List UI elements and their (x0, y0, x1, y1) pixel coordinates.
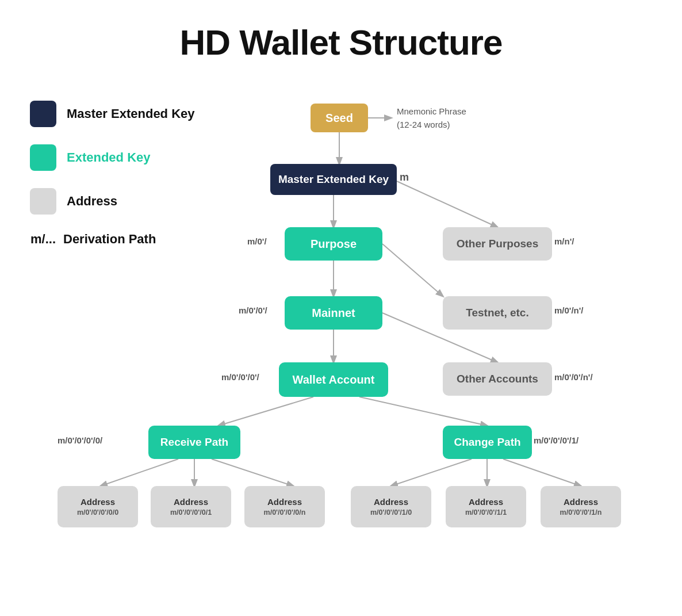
receive-path-label: m/0'/0'/0'/0/ (58, 435, 102, 445)
address-path-6: m/0'/0'/0'/1/n (560, 508, 602, 518)
address-label-5: Address (469, 496, 503, 508)
svg-line-3 (397, 181, 497, 227)
address-path-3: m/0'/0'/0'/0/n (264, 508, 306, 518)
address-label-2: Address (174, 496, 208, 508)
address-node-2: Address m/0'/0'/0'/0/1 (151, 486, 231, 527)
testnet-node: Testnet, etc. (443, 296, 552, 330)
svg-line-8 (219, 397, 313, 426)
mainnet-node: Mainnet (285, 296, 382, 330)
diagram: Seed Mnemonic Phrase(12-24 words) Master… (0, 86, 682, 604)
seed-node: Seed (311, 104, 368, 132)
other-accounts-node: Other Accounts (443, 362, 552, 396)
receive-path-node: Receive Path (148, 426, 240, 459)
master-extended-key-node: Master Extended Key (270, 164, 397, 195)
svg-line-10 (101, 459, 178, 486)
address-path-4: m/0'/0'/0'/1/0 (370, 508, 412, 518)
address-path-5: m/0'/0'/0'/1/1 (465, 508, 507, 518)
address-label-1: Address (81, 496, 115, 508)
other-purposes-node: Other Purposes (443, 227, 552, 261)
mainnet-path-label: m/0'/0'/ (239, 305, 267, 315)
address-node-5: Address m/0'/0'/0'/1/1 (446, 486, 526, 527)
purpose-node: Purpose (285, 227, 382, 261)
svg-line-9 (359, 397, 487, 426)
other-purposes-path-label: m/n'/ (554, 236, 574, 246)
other-accounts-path-label: m/0'/0'/n'/ (554, 372, 593, 382)
mnemonic-label: Mnemonic Phrase(12-24 words) (397, 105, 466, 131)
address-node-4: Address m/0'/0'/0'/1/0 (351, 486, 431, 527)
address-node-1: Address m/0'/0'/0'/0/0 (58, 486, 138, 527)
wallet-account-path-label: m/0'/0'/0'/ (221, 372, 259, 382)
address-node-3: Address m/0'/0'/0'/0/n (244, 486, 325, 527)
svg-line-5 (382, 244, 443, 296)
purpose-path-label: m/0'/ (247, 236, 267, 246)
address-node-6: Address m/0'/0'/0'/1/n (541, 486, 621, 527)
address-label-4: Address (374, 496, 408, 508)
page-title: HD Wallet Structure (0, 0, 682, 80)
testnet-path-label: m/0'/n'/ (554, 305, 583, 315)
address-label-3: Address (267, 496, 302, 508)
address-path-2: m/0'/0'/0'/0/1 (170, 508, 212, 518)
address-label-6: Address (564, 496, 598, 508)
address-path-1: m/0'/0'/0'/0/0 (77, 508, 118, 518)
m-path-label: m (400, 171, 409, 183)
svg-line-15 (503, 459, 581, 486)
svg-line-12 (212, 459, 293, 486)
change-path-label: m/0'/0'/0'/1/ (534, 435, 578, 445)
change-path-node: Change Path (443, 426, 532, 459)
wallet-account-node: Wallet Account (279, 362, 388, 397)
svg-line-13 (391, 459, 472, 486)
